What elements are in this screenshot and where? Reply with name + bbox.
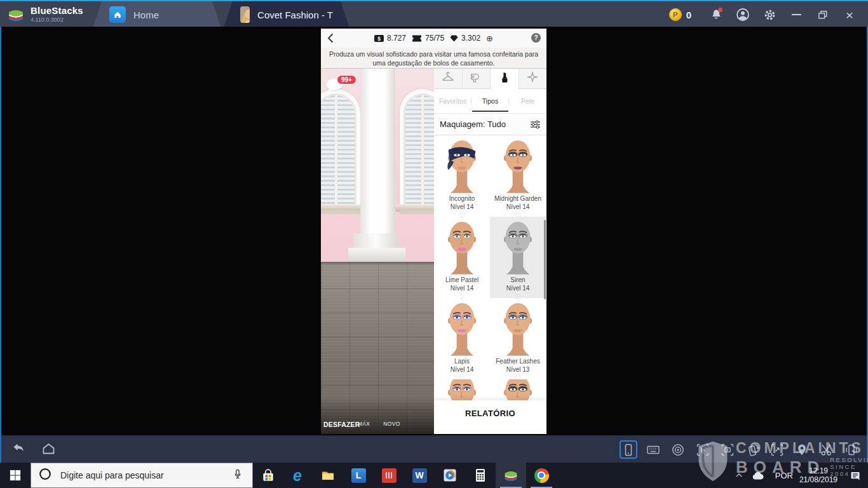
portrait-mode-icon[interactable] — [620, 440, 637, 459]
titlebar-controls: P 0 × — [669, 1, 863, 28]
bluestacks-logo-icon — [6, 5, 25, 24]
cash-icon: $ — [374, 35, 384, 42]
android-back-icon[interactable] — [10, 441, 27, 459]
left-window-sill — [321, 205, 365, 210]
minimize-button[interactable] — [789, 7, 804, 22]
novo-toggle[interactable]: NOVO — [380, 417, 403, 428]
category-tab-hair[interactable] — [462, 69, 491, 89]
scene-actions-overlay: DESFAZER MÁX NOVO — [321, 397, 434, 434]
brand-name: BlueStacks — [31, 5, 83, 16]
makeup-item-incognito[interactable]: IncognitoNível 14♡ — [434, 135, 490, 217]
clothing-icon — [441, 71, 455, 86]
makeup-item-siren[interactable]: SirenNível 14♡ — [490, 217, 546, 298]
filter-row[interactable]: Maquiagem: Tudo — [434, 113, 546, 135]
panel-footer: RELATÓRIO — [434, 400, 546, 434]
settings-gear-icon[interactable] — [762, 7, 777, 22]
makeup-item-feather-lashes[interactable]: Feather LashesNível 13♡ — [490, 298, 546, 379]
location-icon[interactable] — [793, 440, 811, 459]
makeup-item-partial-1[interactable] — [434, 379, 490, 400]
cortana-icon — [39, 468, 51, 483]
hidden-icons-chevron[interactable] — [735, 471, 743, 480]
ticket-icon — [412, 35, 422, 42]
taskbar-app-calculator[interactable] — [465, 463, 496, 488]
onedrive-cloud-icon[interactable] — [751, 470, 765, 480]
close-button[interactable]: × — [842, 7, 857, 22]
taskbar-app-red-app[interactable] — [374, 463, 404, 488]
taskbar-app-word[interactable]: W — [404, 463, 435, 488]
accessories-icon — [526, 71, 539, 87]
cut-icon[interactable] — [818, 440, 836, 459]
taskbar-app-l-app[interactable]: L — [343, 463, 374, 488]
relatorio-button[interactable]: RELATÓRIO — [465, 409, 515, 418]
keyboard-icon[interactable] — [644, 440, 662, 459]
dressing-room-scene: 99+ DESFAZER MÁX NOVO — [321, 69, 434, 434]
makeup-item-lime-pastel[interactable]: Lime PastelNível 14♡ — [434, 217, 490, 298]
window-content: $ 8.727 75/75 3.302 ⊕ ? Produza um visua… — [0, 27, 868, 463]
toolbar-tools — [613, 440, 860, 459]
diamonds-value: 3.302 — [461, 34, 480, 43]
novo-label: NOVO — [383, 421, 400, 427]
column-plinth — [348, 248, 405, 262]
tab-covet-label: Covet Fashion - T — [257, 10, 333, 20]
category-tabs — [434, 69, 546, 89]
badge-count: 99+ — [337, 75, 356, 85]
taskbar-app-explorer[interactable] — [313, 463, 343, 488]
bluestacks-toolbar — [1, 435, 867, 463]
taskbar-app-chrome[interactable] — [526, 463, 557, 488]
shake-icon[interactable] — [843, 440, 860, 459]
panel-scrollbar[interactable] — [544, 220, 546, 299]
action-center-icon[interactable] — [849, 470, 862, 482]
subtab-pele[interactable]: Pele — [509, 89, 546, 113]
filter-label: Maquiagem: Tudo — [440, 119, 506, 129]
max-label: MÁX — [358, 421, 370, 427]
fullscreen-icon[interactable] — [768, 440, 786, 459]
screenshot-icon[interactable] — [719, 440, 736, 459]
bluestacks-window: BlueStacks 4.110.0.3002 Home Covet Fashi… — [0, 0, 868, 463]
taskbar-search[interactable]: Digite aqui para pesquisar — [31, 463, 253, 488]
eco-mode-icon[interactable] — [669, 440, 687, 459]
subtab-favoritos[interactable]: Favoritos| — [434, 89, 471, 113]
rotate-icon[interactable] — [743, 440, 761, 459]
makeup-item-lapis[interactable]: LapisNível 14♡ — [434, 298, 490, 379]
taskbar-app-store[interactable] — [253, 463, 283, 488]
right-window-sill-base — [400, 210, 434, 214]
windows-taskbar: Digite aqui para pesquisar eLW POR 12:19… — [0, 463, 868, 488]
tab-home[interactable]: Home — [93, 1, 221, 28]
help-icon[interactable]: ? — [531, 33, 541, 43]
account-icon[interactable] — [735, 7, 750, 22]
notifications-bell-icon[interactable] — [709, 7, 724, 22]
makeup-item-partial-2[interactable] — [490, 379, 546, 400]
max-toggle[interactable]: MÁX — [352, 417, 376, 428]
tray-date: 21/08/2019 — [799, 475, 837, 484]
column-base — [353, 233, 398, 248]
filter-sliders-icon[interactable] — [530, 120, 541, 129]
category-tab-clothing[interactable] — [434, 69, 462, 89]
taskbar-app-bluestacks[interactable] — [496, 463, 526, 488]
right-window-sill — [396, 205, 434, 210]
tab-covet-fashion[interactable]: Covet Fashion - T — [224, 1, 349, 28]
search-placeholder: Digite aqui para pesquisar — [60, 470, 164, 480]
cursor-controls-icon[interactable] — [694, 440, 712, 459]
white-column — [360, 69, 395, 235]
category-tab-accessories[interactable] — [519, 69, 547, 89]
makeup-item-midnight-garden[interactable]: Midnight GardenNível 14♡ — [490, 135, 546, 217]
restore-button[interactable] — [815, 7, 831, 22]
microphone-icon[interactable] — [232, 467, 243, 484]
android-home-icon[interactable] — [41, 441, 57, 459]
subtab-tipos[interactable]: Tipos| — [471, 89, 509, 113]
language-indicator[interactable]: POR — [775, 471, 793, 480]
covet-avatar — [240, 6, 250, 23]
hair-icon — [469, 71, 483, 87]
start-button[interactable] — [0, 463, 31, 488]
taskbar-app-edge[interactable]: e — [282, 463, 313, 488]
system-tray: POR 12:19 21/08/2019 — [731, 463, 868, 488]
category-tab-makeup[interactable] — [490, 69, 519, 89]
subtabs: Favoritos|Tipos|Pele — [434, 89, 546, 113]
makeup-icon — [498, 71, 512, 87]
points-coin-icon[interactable]: P — [669, 8, 682, 21]
clock[interactable]: 12:19 21/08/2019 — [799, 466, 837, 484]
taskbar-app-media-player[interactable] — [435, 463, 465, 488]
screen: { "titlebar": { "brand": "BlueStacks", "… — [0, 0, 868, 488]
add-currency-icon[interactable]: ⊕ — [486, 34, 493, 43]
quest-description: Produza um visual sofisticado para visit… — [321, 48, 546, 69]
